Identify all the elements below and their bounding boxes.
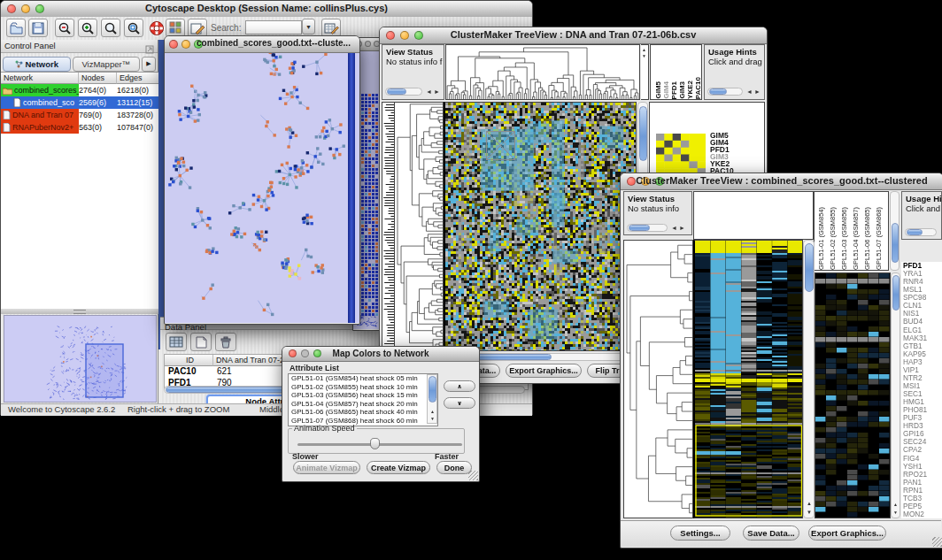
new-attribute-icon[interactable] (190, 333, 212, 351)
column-label[interactable]: PAC10 (694, 77, 702, 99)
tab-vizmapper[interactable]: VizMapper™ (73, 57, 141, 72)
tv2-export-graphics-button[interactable]: Export Graphics... (808, 525, 886, 541)
vizmapper-grid-icon[interactable] (166, 19, 185, 37)
scroll-right-icon[interactable]: ► (679, 225, 685, 231)
zoom-fit-icon[interactable] (101, 19, 120, 37)
data-col-id[interactable]: ID (165, 355, 213, 366)
network-row-selected[interactable]: combined_sco 2569(6) 13112(15) (1, 96, 158, 109)
save-icon[interactable] (28, 19, 48, 37)
attribute-table-icon[interactable] (321, 19, 341, 37)
tv2-settings-button[interactable]: Settings... (670, 525, 730, 541)
tv2-detail-vscrollbar[interactable]: ▲ ▼ (891, 272, 900, 518)
tv1-column-dendrogram[interactable] (445, 44, 640, 100)
attribute-item[interactable]: GPL51-01 (GSM854) heat shock 05 min (289, 374, 437, 383)
column-label[interactable]: GIM5 (654, 81, 662, 99)
tv1-row-dendrogram[interactable] (395, 102, 444, 351)
animate-vizmap-button[interactable]: Animate Vizmap (293, 461, 360, 474)
attribute-item[interactable]: GPL51-06 (GSM865) heat shock 40 min (289, 408, 437, 417)
tv2-detail-heatmap[interactable] (815, 272, 891, 518)
column-label[interactable]: GPL51-08 (GSM872) (885, 207, 889, 270)
search-dropdown-button[interactable]: ▼ (302, 19, 315, 35)
scroll-up-icon[interactable]: ▲ (642, 47, 646, 53)
col-edges[interactable]: Edges (117, 73, 158, 84)
column-label[interactable]: GIM3 (678, 81, 686, 99)
move-down-button[interactable]: ∨ (444, 397, 475, 409)
tv2-save-data-button[interactable]: Save Data... (743, 525, 799, 541)
view-status-scrollbar[interactable] (385, 88, 422, 96)
attribute-list-vscrollbar[interactable]: ▲ ▼ (427, 374, 437, 424)
zoom-selected-icon[interactable] (124, 19, 143, 37)
scroll-up-icon[interactable]: ▲ (430, 409, 435, 415)
usage-hints-scrollbar[interactable] (905, 228, 937, 236)
tv2-heatmap[interactable] (693, 240, 803, 518)
create-vizmap-button[interactable]: Create Vizmap (367, 461, 430, 474)
column-label[interactable]: GPL51-04 (GSM857) (851, 207, 861, 270)
tv2-heatmap-vscrollbar[interactable]: ▲ ▼ (803, 240, 815, 518)
column-label[interactable]: PFD1 (670, 81, 678, 99)
overview-canvas[interactable] (4, 316, 154, 400)
treeview2-title-bar[interactable]: ClusterMaker TreeView : combined_scores_… (621, 173, 942, 190)
network-vscrollbar[interactable] (348, 53, 355, 323)
done-button[interactable]: Done (436, 461, 472, 474)
tab-network[interactable]: Network (3, 57, 71, 72)
scroll-right-icon[interactable]: ► (434, 88, 440, 95)
column-label[interactable]: GPL51-07 (GSM868) (874, 207, 884, 270)
speed-slider[interactable] (297, 443, 462, 446)
tv2-column-dendrogram[interactable] (693, 191, 814, 240)
scroll-up-icon[interactable]: ▲ (893, 502, 898, 508)
view-status-scrollbar[interactable] (627, 224, 668, 232)
tv1-similarity-matrix[interactable] (656, 134, 706, 175)
table-mode-icon[interactable] (166, 333, 187, 351)
minimize-button[interactable] (181, 40, 190, 49)
treeview1-title-bar[interactable]: ClusterMaker TreeView : DNA and Tran 07-… (380, 27, 767, 44)
main-title-bar[interactable]: Cytoscape Desktop (Session Name: collins… (1, 1, 532, 18)
scroll-left-icon[interactable]: ◄ (746, 88, 753, 95)
network-row[interactable]: RNAPuberNov2+ 563(0) 107847(0) (1, 121, 158, 134)
tv1-heatmap[interactable] (444, 102, 637, 351)
attribute-item[interactable]: GPL51-04 (GSM857) heat shock 20 min (289, 400, 437, 409)
map-dialog-title-bar[interactable]: Map Colors to Network (282, 347, 479, 362)
zoom-in-icon[interactable] (78, 19, 97, 37)
zoom-out-icon[interactable] (55, 19, 74, 37)
usage-hints-scrollbar[interactable] (707, 88, 743, 96)
resize-grip[interactable] (468, 471, 478, 480)
annotation-icon[interactable] (188, 19, 207, 37)
attribute-item[interactable]: GPL51-03 (GSM856) heat shock 15 min (289, 391, 437, 400)
network-overview[interactable] (4, 315, 157, 403)
gene-label[interactable]: MON2 (903, 510, 942, 518)
float-panel-icon[interactable] (145, 42, 154, 58)
network-canvas[interactable] (165, 53, 358, 323)
help-lifesaver-icon[interactable] (147, 19, 166, 37)
attribute-listbox[interactable]: GPL51-01 (GSM854) heat shock 05 minGPL51… (288, 373, 438, 426)
tv2-row-dendrogram[interactable] (623, 240, 693, 518)
tv2-labels-vscrollbar[interactable] (890, 191, 900, 271)
scroll-right-icon[interactable]: ► (754, 88, 761, 95)
scroll-left-icon[interactable]: ◄ (426, 88, 432, 95)
delete-attribute-icon[interactable] (215, 333, 236, 351)
move-up-button[interactable]: ∧ (444, 380, 475, 392)
scroll-down-icon[interactable]: ▼ (807, 510, 812, 516)
column-label[interactable]: GPL51-06 (GSM865) (862, 207, 872, 270)
column-label[interactable]: GPL51-03 (GSM856) (839, 207, 849, 270)
column-label[interactable]: GPL51-02 (GSM855) (828, 207, 838, 270)
scroll-down-icon[interactable]: ▼ (642, 53, 646, 59)
scroll-down-icon[interactable]: ▼ (893, 510, 898, 516)
column-label[interactable]: GIM4 (662, 81, 670, 99)
attribute-item[interactable]: GPL51-02 (GSM855) heat shock 10 min (289, 383, 437, 392)
minimize-button[interactable] (365, 41, 371, 47)
network-row[interactable]: combined_scores_ 2764(0) 16218(0) (1, 84, 158, 96)
resize-grip[interactable] (932, 537, 942, 547)
open-file-icon[interactable] (6, 19, 26, 37)
scroll-down-icon[interactable]: ▼ (430, 416, 435, 422)
scroll-left-icon[interactable]: ◄ (671, 225, 677, 231)
search-input[interactable] (245, 20, 302, 35)
column-label[interactable]: GPL51-01 (GSM854) (816, 207, 826, 270)
tv1-export-graphics-button[interactable]: Export Graphics... (506, 364, 582, 378)
close-button[interactable] (169, 40, 178, 49)
tab-overflow-button[interactable]: ▶ (142, 57, 156, 72)
column-label[interactable]: YKE2 (686, 81, 694, 99)
speed-slider-thumb[interactable] (370, 438, 380, 449)
scroll-up-icon[interactable]: ▲ (807, 501, 812, 507)
col-network[interactable]: Network (1, 73, 79, 84)
network-view-title-bar[interactable]: combined_scores_good.txt--cluste... (165, 36, 359, 53)
